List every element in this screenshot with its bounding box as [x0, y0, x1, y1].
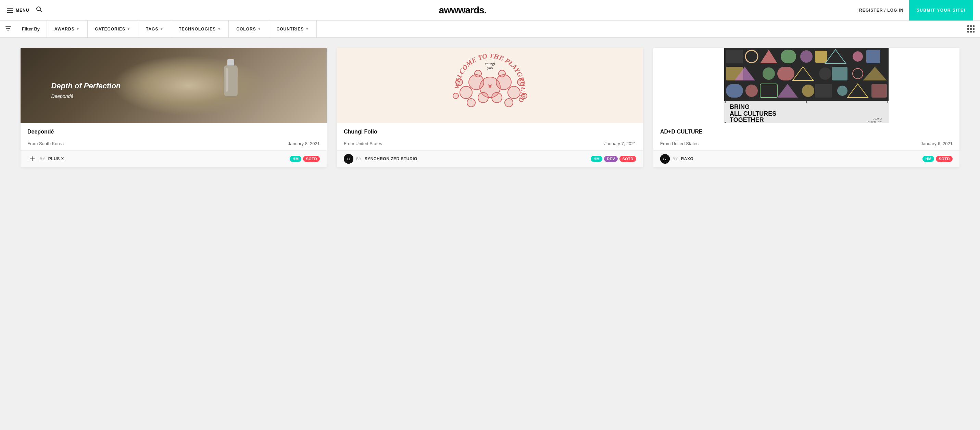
card-from-3: From United States	[660, 141, 698, 146]
chevron-down-icon: ▼	[218, 27, 221, 31]
card-image-addc[interactable]: BRING ALL CULTURES TOGETHER AD+D CULTURE	[653, 48, 959, 123]
menu-label: MENU	[16, 8, 29, 13]
chevron-down-icon: ▼	[127, 27, 130, 31]
logo[interactable]: awwwards.	[439, 5, 487, 16]
chevron-down-icon: ▼	[305, 27, 309, 31]
card-author-1: BY PLUS X	[27, 154, 64, 164]
svg-point-35	[800, 50, 813, 63]
svg-rect-34	[781, 49, 796, 63]
card-add-culture: BRING ALL CULTURES TOGETHER AD+D CULTURE…	[653, 48, 959, 167]
chungi-svg: chungi yoo	[337, 48, 643, 123]
filter-countries[interactable]: COUNTRIES ▼	[269, 21, 317, 38]
svg-point-55	[837, 86, 848, 96]
svg-point-64	[725, 101, 726, 103]
menu-button[interactable]: MENU	[7, 8, 29, 13]
filter-by-label: Filter By	[15, 21, 47, 38]
author-name-1: PLUS X	[48, 156, 64, 161]
by-label-1: BY	[40, 157, 46, 161]
author-avatar-1	[27, 154, 37, 164]
svg-point-27	[492, 84, 492, 86]
grid-icon	[967, 25, 975, 32]
card-badges-1: HM SOTD	[290, 156, 320, 162]
chevron-down-icon: ▼	[258, 27, 261, 31]
author-avatar-2: SS	[344, 154, 353, 164]
svg-text:chungi: chungi	[485, 62, 495, 66]
svg-rect-49	[726, 84, 743, 97]
card-thumbnail-1: Depth of PerfectionDeepondé	[21, 48, 327, 123]
svg-point-53	[802, 84, 814, 97]
svg-text:Rx.: Rx.	[663, 158, 667, 161]
badge-hm-1: HM	[290, 156, 301, 162]
svg-point-16	[467, 99, 475, 107]
svg-point-23	[499, 70, 506, 77]
svg-point-50	[745, 84, 758, 97]
card-badges-2: HM DEV SOTD	[591, 156, 636, 162]
svg-rect-46	[832, 67, 848, 80]
filter-categories[interactable]: CATEGORIES ▼	[88, 21, 138, 38]
svg-text:BRING: BRING	[730, 104, 749, 110]
svg-rect-57	[872, 84, 887, 97]
badge-sotd-1: SOTD	[303, 156, 320, 162]
submit-site-button[interactable]: SUBMIT YOUR SITE!	[909, 0, 973, 21]
card-badges-3: HM SOTD	[923, 156, 953, 162]
card-date-3: January 6, 2021	[921, 141, 953, 146]
card-title-3: AD+D CULTURE	[660, 129, 953, 135]
svg-line-1	[40, 10, 42, 12]
search-button[interactable]	[36, 6, 42, 14]
svg-rect-36	[815, 51, 827, 63]
register-login-button[interactable]: REGISTER / LOG IN	[859, 8, 904, 13]
grid-view-button[interactable]	[967, 25, 975, 32]
filter-bar: Filter By AWARDS ▼ CATEGORIES ▼ TAGS ▼ T…	[0, 21, 980, 38]
card-meta-2: From United States January 7, 2021	[337, 140, 643, 150]
card-date-2: January 7, 2021	[605, 141, 636, 146]
svg-point-65	[806, 101, 807, 103]
header-right: REGISTER / LOG IN SUBMIT YOUR SITE!	[857, 0, 973, 21]
card-image-chungi[interactable]: chungi yoo	[337, 48, 643, 123]
author-name-3: RAXO	[681, 156, 694, 161]
badge-dev-2: DEV	[604, 156, 618, 162]
header-left: MENU	[7, 6, 68, 14]
by-label-3: BY	[673, 157, 678, 161]
filter-tags[interactable]: TAGS ▼	[138, 21, 171, 38]
bottle-svg	[221, 59, 241, 104]
card-footer-3: Rx. BY RAXO HM SOTD	[653, 150, 959, 167]
card-footer-1: BY PLUS X HM SOTD	[21, 150, 327, 167]
svg-point-15	[492, 92, 502, 103]
svg-text:TOGETHER: TOGETHER	[730, 116, 764, 123]
card-image-deepponde[interactable]: Depth of PerfectionDeepondé	[21, 48, 327, 123]
chevron-down-icon: ▼	[160, 27, 163, 31]
svg-point-42	[762, 67, 775, 80]
header-center: awwwards.	[68, 5, 857, 16]
svg-point-14	[478, 92, 488, 103]
svg-point-12	[460, 86, 472, 99]
svg-point-13	[508, 86, 520, 99]
card-title-1: Deepondé	[27, 129, 320, 135]
filter-awards[interactable]: AWARDS ▼	[47, 21, 88, 38]
chevron-down-icon: ▼	[76, 27, 80, 31]
svg-text:SS: SS	[347, 158, 351, 161]
addc-svg: BRING ALL CULTURES TOGETHER AD+D CULTURE	[653, 48, 959, 123]
card-from-2: From United States	[344, 141, 382, 146]
svg-text:ALL CULTURES: ALL CULTURES	[730, 110, 776, 117]
card-thumbnail-2: chungi yoo	[337, 48, 643, 123]
badge-sotd-3: SOTD	[936, 156, 953, 162]
card-title-section-2: Chungi Folio	[337, 123, 643, 140]
hamburger-icon	[7, 8, 13, 13]
main-content: Depth of PerfectionDeepondé Deepondé Fro…	[0, 38, 980, 430]
svg-text:CULTURE: CULTURE	[867, 121, 882, 123]
svg-point-38	[853, 51, 863, 62]
filter-technologies[interactable]: TECHNOLOGIES ▼	[171, 21, 229, 38]
card-title-section-1: Deepondé	[21, 123, 327, 140]
svg-text:yoo: yoo	[487, 66, 493, 70]
svg-point-25	[488, 85, 492, 88]
badge-sotd-2: SOTD	[619, 156, 636, 162]
svg-point-67	[725, 122, 726, 123]
svg-rect-43	[777, 67, 794, 80]
svg-rect-39	[866, 49, 880, 63]
svg-point-66	[887, 101, 888, 103]
svg-point-22	[474, 70, 481, 77]
card-deepponde: Depth of PerfectionDeepondé Deepondé Fro…	[21, 48, 327, 167]
svg-rect-5	[226, 68, 228, 92]
author-avatar-3: Rx.	[660, 154, 670, 164]
filter-colors[interactable]: COLORS ▼	[229, 21, 269, 38]
